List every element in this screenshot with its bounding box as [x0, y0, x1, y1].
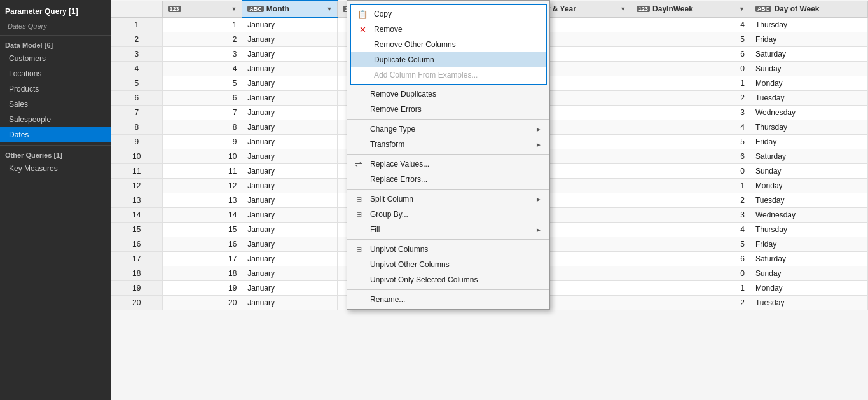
menu-item-remove[interactable]: ✕ Remove [351, 22, 546, 37]
sidebar-item-salespeople[interactable]: Salespeople [0, 112, 111, 127]
menu-item-remove-errors-label: Remove Errors [370, 105, 422, 114]
sidebar-subheader: Dates Query [0, 20, 111, 32]
sidebar-item-customers[interactable]: Customers [0, 51, 111, 66]
menu-item-copy-label: Copy [374, 10, 392, 18]
sidebar-item-dates[interactable]: Dates [0, 127, 111, 142]
menu-item-remove-errors[interactable]: Remove Errors [347, 102, 549, 117]
menu-separator-4 [347, 239, 549, 240]
menu-item-remove-other-columns[interactable]: Remove Other Columns [351, 37, 546, 52]
transform-arrow: ► [535, 141, 542, 148]
menu-separator-5 [347, 289, 549, 290]
menu-item-fill[interactable]: Fill ► [347, 222, 549, 237]
menu-item-remove-duplicates-label: Remove Duplicates [370, 90, 436, 99]
menu-item-rename[interactable]: Rename... [347, 292, 549, 307]
context-menu-top-box: 📋 Copy ✕ Remove Remove Other Columns Dup… [350, 4, 547, 85]
menu-item-split-column-label: Split Column [370, 195, 413, 203]
sidebar-item-key-measures[interactable]: Key Measures [0, 161, 111, 176]
menu-item-fill-label: Fill [370, 225, 380, 234]
other-queries-header: Other Queries [1] [0, 148, 111, 161]
sidebar-item-locations[interactable]: Locations [0, 66, 111, 81]
menu-item-remove-duplicates[interactable]: Remove Duplicates [347, 86, 549, 102]
menu-item-unpivot-selected-columns[interactable]: Unpivot Only Selected Columns [347, 272, 549, 287]
sidebar-item-sales[interactable]: Sales [0, 97, 111, 112]
menu-item-group-by[interactable]: ⊞ Group By... [347, 207, 549, 222]
menu-item-duplicate-column[interactable]: Duplicate Column [351, 52, 546, 67]
group-by-icon: ⊞ [352, 210, 365, 219]
sidebar-item-products[interactable]: Products [0, 81, 111, 97]
context-menu: 📋 Copy ✕ Remove Remove Other Columns Dup… [347, 0, 550, 310]
menu-item-unpivot-columns-label: Unpivot Columns [370, 245, 428, 254]
sidebar-divider-2 [0, 145, 111, 146]
menu-item-unpivot-other-columns[interactable]: Unpivot Other Columns [347, 257, 549, 272]
menu-item-rename-label: Rename... [370, 295, 405, 304]
menu-item-duplicate-label: Duplicate Column [374, 55, 434, 64]
menu-item-unpivot-other-label: Unpivot Other Columns [370, 260, 450, 269]
replace-values-icon: ⇌ [352, 159, 365, 169]
menu-item-add-column-from-examples[interactable]: Add Column From Examples... [351, 67, 546, 83]
split-col-icon: ⊟ [352, 195, 365, 203]
menu-item-replace-values-label: Replace Values... [370, 160, 429, 169]
menu-item-group-by-label: Group By... [370, 210, 408, 219]
menu-item-unpivot-columns[interactable]: ⊟ Unpivot Columns [347, 242, 549, 257]
menu-item-replace-values[interactable]: ⇌ Replace Values... [347, 156, 549, 172]
data-model-header: Data Model [6] [0, 38, 111, 51]
fill-arrow: ► [535, 226, 542, 233]
menu-item-replace-errors-label: Replace Errors... [370, 175, 427, 184]
change-type-arrow: ► [535, 126, 542, 133]
context-menu-overlay[interactable]: 📋 Copy ✕ Remove Remove Other Columns Dup… [111, 0, 868, 400]
split-col-arrow: ► [535, 196, 542, 203]
unpivot-icon: ⊟ [352, 245, 365, 254]
menu-separator-3 [347, 189, 549, 190]
menu-item-transform-label: Transform [370, 140, 404, 149]
menu-item-split-column[interactable]: ⊟ Split Column ► [347, 191, 549, 207]
menu-item-copy[interactable]: 📋 Copy [351, 6, 546, 22]
copy-icon: 📋 [356, 10, 369, 19]
main-content: 123 ▼ ABC Month ▼ 1 [111, 0, 868, 400]
menu-item-remove-label: Remove [374, 25, 403, 34]
remove-icon: ✕ [356, 25, 369, 34]
menu-item-transform[interactable]: Transform ► [347, 137, 549, 152]
sidebar: Parameter Query [1] Dates Query Data Mod… [0, 0, 111, 400]
menu-item-add-col-label: Add Column From Examples... [374, 71, 478, 79]
menu-separator-1 [347, 119, 549, 120]
menu-item-change-type[interactable]: Change Type ► [347, 121, 549, 137]
menu-item-replace-errors[interactable]: Replace Errors... [347, 172, 549, 187]
menu-item-unpivot-selected-label: Unpivot Only Selected Columns [370, 275, 478, 284]
menu-item-remove-other-label: Remove Other Columns [374, 40, 456, 49]
sidebar-divider-1 [0, 35, 111, 36]
menu-item-change-type-label: Change Type [370, 125, 415, 134]
menu-separator-2 [347, 154, 549, 155]
sidebar-header: Parameter Query [1] [0, 3, 111, 20]
